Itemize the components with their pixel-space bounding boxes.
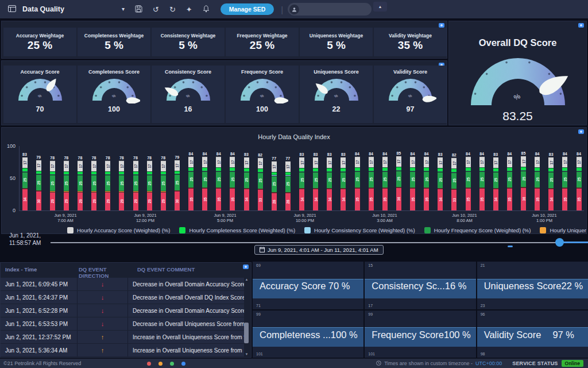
score-card-value: 100 % <box>331 329 358 340</box>
weightage-value: 25 % <box>250 39 274 52</box>
events-scrollbar[interactable]: ▲ ▼ <box>243 278 250 356</box>
panel-maximize-icon[interactable] <box>578 129 584 134</box>
gauge-title: Validity Score <box>393 69 427 75</box>
scrollbar-thumb[interactable] <box>244 323 249 343</box>
panel-maximize-icon[interactable] <box>439 23 444 28</box>
score-card-label: Uniqueness Score <box>484 281 562 292</box>
hourly-bar: 77172528 <box>285 156 291 210</box>
arrow-down-icon: ↓ <box>78 291 128 304</box>
undo-icon[interactable]: ↺ <box>153 6 159 13</box>
panel-maximize-icon[interactable] <box>578 23 584 28</box>
legend-item[interactable]: Hourly Frequency Score (Weighted) (%) <box>424 227 531 233</box>
date-range-chip[interactable]: Jun 9, 2021, 4:01 AM - Jun 11, 2021, 4:0… <box>254 245 384 255</box>
hourly-bar: 83172534 <box>341 152 346 210</box>
event-row[interactable]: Jun 3, 2021, 5:36:34 AM↑Increase in Over… <box>1 344 244 356</box>
events-table-body: Jun 1, 2021, 6:09:45 PM↓Decrease in Over… <box>1 278 244 357</box>
axis-bottom-value: 23 <box>481 304 485 308</box>
hourly-bar: 84172535 <box>216 152 222 210</box>
weightage-value: 5 % <box>327 39 346 52</box>
score-card: 96 Validity Score 97 % 98 <box>477 310 588 358</box>
score-card-label: Completeness ... <box>260 329 331 340</box>
event-row[interactable]: Jun 1, 2021, 6:52:28 PM↓Decrease in Over… <box>1 304 244 317</box>
gauge-dial: % <box>385 77 436 106</box>
time-slider-track[interactable] <box>51 242 560 243</box>
manage-sed-button[interactable]: Manage SED <box>220 3 274 15</box>
arrow-down-icon: ↓ <box>78 304 128 317</box>
collapse-toolbar-button[interactable]: ▲ <box>373 2 387 12</box>
save-icon[interactable] <box>135 5 142 14</box>
score-card-row: Uniqueness Score 22 % <box>477 281 588 292</box>
gauge-dial: % <box>163 77 214 106</box>
footer-dot[interactable] <box>181 362 185 366</box>
caret-down-icon[interactable]: ▾ <box>122 6 125 12</box>
svg-text:%: % <box>259 93 264 98</box>
score-card: 99 Completeness ... 100 % 101 <box>253 310 363 358</box>
legend-item[interactable]: Hourly Completeness Score (Weighted) (%) <box>179 227 295 233</box>
legend-item[interactable]: Hourly Consistency Score (Weighted) (%) <box>304 227 415 233</box>
event-row[interactable]: Jun 1, 2021, 6:53:53 PM↓Decrease in Over… <box>1 317 244 330</box>
arrow-down-icon: ↓ <box>78 278 128 290</box>
hourly-bar: 78172529 <box>78 156 83 210</box>
bell-icon[interactable] <box>203 5 210 14</box>
footer-dot[interactable] <box>170 362 174 366</box>
hourly-bar: 78172529 <box>63 156 69 210</box>
search-box[interactable] <box>288 3 372 16</box>
x-axis-tick: Jun 10, 20211:00 PM <box>520 213 568 223</box>
axis-top-value: 69 <box>256 263 261 267</box>
scroll-down-icon[interactable]: ▼ <box>243 352 250 356</box>
column-header-comment: DQ EVENT COMMENT <box>137 266 251 279</box>
svg-text:%: % <box>333 93 338 98</box>
time-slider-handle[interactable] <box>555 238 564 247</box>
event-comment: Decrease in Overall Domain Accuracy Scor… <box>128 281 244 288</box>
score-card-label: Validity Score <box>484 329 541 340</box>
search-input[interactable] <box>303 6 366 13</box>
timeline-start-label: Jun 1, 2021, 11:58:57 AM <box>9 232 41 247</box>
legend-item[interactable]: Hourly Accuracy Score (Weighted) (%) <box>67 227 170 233</box>
timezone-value[interactable]: UTC+00:00 <box>475 361 502 366</box>
legend-swatch <box>540 227 546 233</box>
scroll-up-icon[interactable]: ▲ <box>243 278 250 281</box>
score-card-label: Frequency Score <box>372 329 444 340</box>
svg-text:%: % <box>37 93 41 98</box>
gauge-title: Accuracy Score <box>20 69 59 75</box>
svg-text:%: % <box>111 93 115 98</box>
timeline-start-line1: Jun 1, 2021, <box>9 232 41 239</box>
y-axis-tick: 50 <box>2 175 16 181</box>
weightage-label: Completeness Weightage <box>84 33 144 39</box>
time-slider-selection[interactable] <box>560 241 588 243</box>
service-status-label: SERVICE STATUS <box>512 361 558 366</box>
axis-top-value: 15 <box>368 263 373 267</box>
dashboard-icon[interactable] <box>8 5 16 13</box>
x-axis-tick: Jun 10, 20218:00 AM <box>440 213 489 223</box>
score-cards-grid: 69 Accuracy Score 70 % 71 15 Consistency… <box>253 262 588 358</box>
score-card-value: 22 % <box>561 281 583 292</box>
footer-dot[interactable] <box>147 362 151 366</box>
hourly-bar: 79172530 <box>36 155 41 210</box>
hourly-bar: 84172535 <box>535 152 540 210</box>
weightage-value: 5 % <box>105 39 123 52</box>
hourly-bar: 84172535 <box>424 152 430 210</box>
redo-icon[interactable]: ↻ <box>169 6 176 13</box>
gauge-card: Completeness Score % 100 <box>78 66 150 123</box>
legend-swatch <box>424 227 431 233</box>
score-card: 99 Frequency Score 100 % 101 <box>365 310 475 358</box>
legend-item[interactable]: Hourly Uniqueness Score (Weighted) (%) <box>540 227 587 233</box>
hourly-bar: 83172534 <box>22 152 28 210</box>
gauge-card: Consistency Score % 16 <box>152 66 225 123</box>
gauge-value: 97 <box>407 105 415 113</box>
page-title: Data Quality <box>22 5 64 13</box>
hourly-bar: 82172533 <box>257 153 263 210</box>
hourly-bar: 84172535 <box>188 152 194 210</box>
sparkle-icon[interactable]: ✦ <box>186 6 192 13</box>
footer-dot[interactable] <box>158 362 163 366</box>
event-row[interactable]: Jun 2, 2021, 12:37:52 PM↑Increase in Ove… <box>1 331 244 343</box>
hourly-chart-panel: Hourly Data Quality Index 100 50 0 83172… <box>1 127 587 234</box>
event-row[interactable]: Jun 1, 2021, 6:24:37 PM↓Decrease in Over… <box>1 291 244 304</box>
legend-swatch <box>67 227 74 233</box>
hourly-bar: 78172529 <box>133 156 138 210</box>
x-axis-tick: Jun 9, 20215:00 PM <box>201 213 249 223</box>
score-card-row: Validity Score 97 % <box>477 329 588 340</box>
overall-dq-gauge: % <box>449 56 586 108</box>
gauge-card: Accuracy Score % 70 <box>3 66 76 123</box>
event-row[interactable]: Jun 1, 2021, 6:09:45 PM↓Decrease in Over… <box>1 278 244 290</box>
